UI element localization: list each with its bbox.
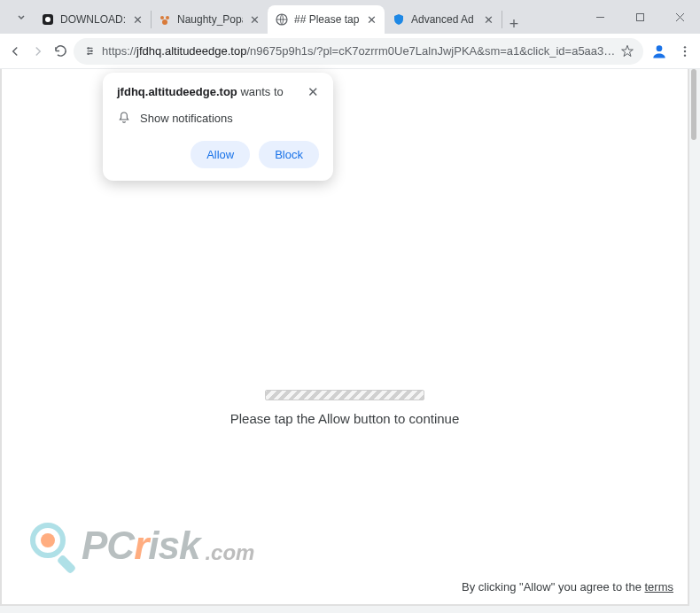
svg-point-2 bbox=[160, 16, 164, 19]
menu-button[interactable] bbox=[675, 37, 695, 66]
watermark-text: PCrisk bbox=[82, 524, 199, 568]
svg-point-1 bbox=[45, 17, 51, 22]
terms-link[interactable]: terms bbox=[645, 580, 674, 594]
svg-point-4 bbox=[162, 19, 167, 25]
tab-label: Advanced Ad Blo bbox=[411, 13, 477, 26]
profile-button[interactable] bbox=[650, 41, 668, 62]
close-icon[interactable]: ✕ bbox=[307, 85, 319, 98]
new-tab-button[interactable]: + bbox=[502, 15, 526, 34]
svg-rect-7 bbox=[637, 13, 644, 20]
forward-button[interactable] bbox=[28, 37, 48, 66]
close-icon[interactable]: ✕ bbox=[482, 13, 494, 26]
tab-label: ## Please tap the bbox=[294, 13, 360, 26]
scrollbar-thumb[interactable] bbox=[691, 69, 696, 140]
svg-point-3 bbox=[166, 16, 169, 19]
tab-label: DOWNLOAD: Red bbox=[60, 13, 126, 26]
maximize-button[interactable] bbox=[620, 0, 660, 34]
scrollbar[interactable] bbox=[689, 69, 698, 606]
reload-button[interactable] bbox=[51, 37, 70, 66]
site-settings-icon[interactable] bbox=[82, 44, 97, 58]
notification-permission-dialog: jfdhq.altitudeedge.top wants to ✕ Show n… bbox=[103, 73, 333, 181]
back-button[interactable] bbox=[5, 37, 25, 66]
tab-naughty[interactable]: Naughty_Popa's F ✕ bbox=[151, 5, 268, 34]
toolbar: https://jfdhq.altitudeedge.top/n9675p9h1… bbox=[0, 34, 700, 69]
svg-point-12 bbox=[90, 50, 93, 52]
watermark-logo: PCrisk .com bbox=[28, 521, 254, 570]
tab-please-tap[interactable]: ## Please tap the ✕ bbox=[268, 5, 385, 34]
page-message: Please tap the Allow button to continue bbox=[2, 411, 688, 426]
permission-body: Show notifications bbox=[140, 112, 233, 125]
tab-history-button[interactable] bbox=[9, 0, 34, 34]
tab-strip: DOWNLOAD: Red ✕ Naughty_Popa's F ✕ ## Pl… bbox=[34, 0, 580, 34]
bookmark-icon[interactable] bbox=[620, 44, 634, 58]
url-text: https://jfdhq.altitudeedge.top/n9675p9h1… bbox=[102, 44, 615, 58]
svg-point-13 bbox=[87, 52, 89, 55]
block-button[interactable]: Block bbox=[259, 141, 319, 168]
paw-icon bbox=[158, 12, 172, 27]
svg-point-11 bbox=[87, 47, 89, 50]
allow-button[interactable]: Allow bbox=[191, 141, 250, 168]
magnifier-icon bbox=[28, 521, 78, 570]
page-content: Please tap the Allow button to continue bbox=[2, 388, 688, 426]
close-window-button[interactable] bbox=[660, 0, 700, 34]
svg-point-17 bbox=[684, 54, 686, 56]
globe-icon bbox=[275, 12, 289, 27]
svg-point-15 bbox=[684, 46, 686, 48]
bell-icon bbox=[117, 111, 131, 125]
tab-adblock[interactable]: Advanced Ad Blo ✕ bbox=[385, 5, 502, 34]
close-icon[interactable]: ✕ bbox=[365, 13, 377, 26]
close-icon[interactable]: ✕ bbox=[131, 13, 144, 26]
minimize-button[interactable] bbox=[580, 0, 620, 34]
watermark-com: .com bbox=[205, 540, 254, 565]
shield-icon bbox=[392, 12, 406, 27]
svg-point-16 bbox=[684, 50, 686, 51]
close-icon[interactable]: ✕ bbox=[248, 13, 261, 26]
footer-text: By clicking "Allow" you agree to the ter… bbox=[462, 580, 673, 594]
titlebar: DOWNLOAD: Red ✕ Naughty_Popa's F ✕ ## Pl… bbox=[0, 0, 700, 34]
tab-download[interactable]: DOWNLOAD: Red ✕ bbox=[34, 5, 151, 34]
permission-title: jfdhq.altitudeedge.top wants to bbox=[117, 85, 284, 98]
svg-point-14 bbox=[657, 45, 663, 51]
window-controls bbox=[580, 0, 700, 34]
tab-label: Naughty_Popa's F bbox=[177, 13, 243, 26]
record-icon bbox=[41, 12, 55, 27]
progress-bar bbox=[265, 390, 424, 400]
address-bar[interactable]: https://jfdhq.altitudeedge.top/n9675p9h1… bbox=[74, 38, 643, 65]
